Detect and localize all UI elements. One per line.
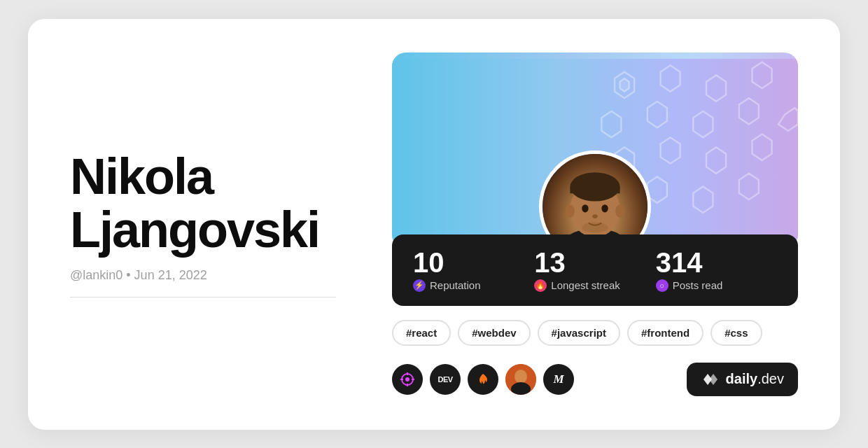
- stat-streak: 13 🔥 Longest streak: [534, 248, 655, 292]
- svg-point-19: [514, 370, 527, 384]
- svg-point-13: [405, 377, 410, 382]
- dev-icon[interactable]: DEV: [430, 364, 461, 395]
- svg-point-9: [601, 204, 608, 212]
- reputation-value: 10: [413, 248, 534, 276]
- crosshair-icon[interactable]: [392, 364, 423, 395]
- avatar: [539, 150, 651, 248]
- brand-name: daily.dev: [726, 371, 784, 387]
- svg-point-10: [592, 214, 598, 218]
- right-section: 10 ⚡ Reputation 13 🔥 Longest streak 314 …: [392, 52, 798, 396]
- svg-point-6: [566, 204, 575, 218]
- tag-javascript[interactable]: #javascript: [538, 320, 620, 346]
- left-section: NikolaLjangovski @lankin0 • Jun 21, 2022: [70, 150, 336, 297]
- daily-dev-logo: daily.dev: [687, 363, 798, 396]
- flame-icon: 🔥: [534, 279, 547, 292]
- svg-point-8: [582, 204, 588, 212]
- posts-label: ○ Posts read: [656, 279, 777, 292]
- circle-icon: ○: [656, 279, 668, 292]
- profile-card: NikolaLjangovski @lankin0 • Jun 21, 2022: [28, 19, 840, 430]
- user-name: NikolaLjangovski: [70, 150, 336, 256]
- medium-icon[interactable]: M: [543, 364, 574, 395]
- bottom-row: DEV M: [392, 363, 798, 396]
- reputation-label: ⚡ Reputation: [413, 279, 534, 292]
- stats-bar: 10 ⚡ Reputation 13 🔥 Longest streak 314 …: [392, 234, 798, 306]
- streak-label: 🔥 Longest streak: [534, 279, 655, 292]
- svg-point-7: [615, 204, 624, 218]
- profile-header: [392, 52, 798, 248]
- hashnode-icon[interactable]: [468, 364, 498, 395]
- streak-value: 13: [534, 248, 655, 276]
- svg-rect-5: [570, 186, 620, 192]
- user-meta: @lankin0 • Jun 21, 2022: [70, 268, 336, 283]
- social-icons: DEV M: [392, 364, 574, 395]
- stat-reputation: 10 ⚡ Reputation: [413, 248, 534, 292]
- daily-dev-logo-icon: [701, 370, 720, 389]
- tag-frontend[interactable]: #frontend: [627, 320, 704, 346]
- user-avatar-icon[interactable]: [505, 364, 536, 395]
- lightning-icon: ⚡: [413, 279, 426, 292]
- tags-section: #react #webdev #javascript #frontend #cs…: [392, 320, 798, 346]
- stat-posts: 314 ○ Posts read: [656, 248, 777, 292]
- tag-react[interactable]: #react: [392, 320, 451, 346]
- svg-point-11: [582, 222, 608, 232]
- tag-webdev[interactable]: #webdev: [458, 320, 530, 346]
- tag-css[interactable]: #css: [710, 320, 762, 346]
- divider: [70, 297, 336, 298]
- posts-value: 314: [656, 248, 777, 276]
